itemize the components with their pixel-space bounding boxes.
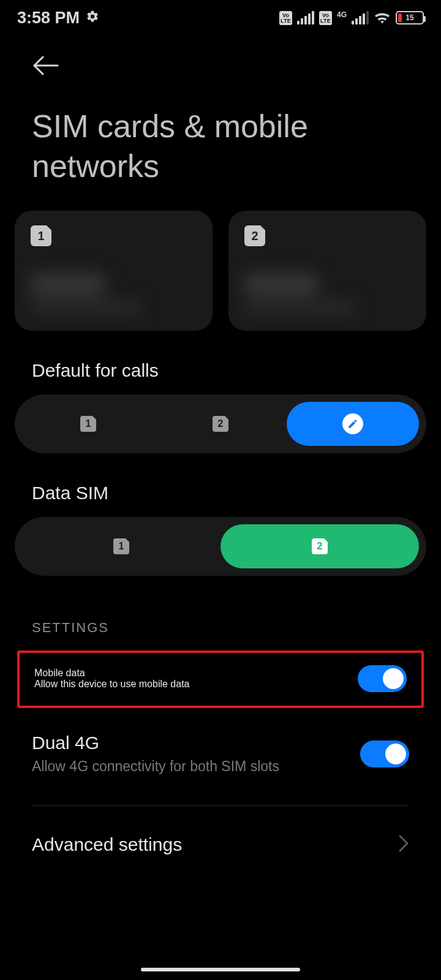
status-bar: 3:58 PM VoLTE VoLTE 4G 15 [0,0,441,36]
wifi-icon [374,11,391,24]
sim-icon: 2 [244,225,265,246]
battery-icon: 15 [396,11,424,24]
page-title: SIM cards & mobile networks [0,76,441,211]
default-calls-selector: 1 2 [15,394,426,453]
sim-card-2[interactable]: 2 [228,211,426,331]
advanced-settings-row[interactable]: Advanced settings [0,806,441,855]
data-sim-1[interactable]: 1 [22,524,221,568]
sim-icon: 1 [31,225,51,246]
sim-card-1[interactable]: 1 [15,211,213,331]
data-sim-label: Data SIM [0,453,441,517]
sim-icon: 2 [213,416,228,432]
back-button[interactable] [32,55,417,76]
default-calls-sim1[interactable]: 1 [22,402,154,446]
mobile-data-title: Mobile data [34,668,345,679]
dual-4g-row[interactable]: Dual 4G Allow 4G connectivity for both S… [0,708,441,791]
network-4g-icon: 4G [337,11,347,18]
advanced-settings-title: Advanced settings [32,834,398,855]
battery-pct: 15 [397,12,423,23]
sim2-details-redacted [228,263,426,331]
mobile-data-toggle[interactable] [358,665,407,692]
edit-icon [342,413,363,434]
dual-4g-subtitle: Allow 4G connectivity for both SIM slots [32,758,348,775]
mobile-data-row[interactable]: Mobile data Allow this device to use mob… [17,650,424,708]
settings-icon [86,9,99,28]
default-calls-label: Default for calls [0,331,441,394]
signal-sim1-icon [297,11,314,24]
settings-header: SETTINGS [0,576,441,650]
signal-sim2-icon [352,11,369,24]
dual-4g-title: Dual 4G [32,733,348,753]
default-calls-sim2[interactable]: 2 [154,402,287,446]
sim-icon: 1 [80,416,96,432]
sim1-details-redacted [15,263,213,331]
home-indicator[interactable] [141,968,300,971]
chevron-right-icon [398,834,409,855]
mobile-data-subtitle: Allow this device to use mobile data [34,679,345,690]
dual-4g-toggle[interactable] [360,741,409,767]
status-time: 3:58 PM [17,9,80,28]
data-sim-2[interactable]: 2 [221,524,419,568]
sim-icon: 1 [113,538,129,554]
volte-icon-2: VoLTE [319,11,332,25]
data-sim-selector: 1 2 [15,517,426,576]
default-calls-ask[interactable] [287,402,419,446]
sim-icon: 2 [312,538,328,554]
volte-icon: VoLTE [279,11,292,25]
